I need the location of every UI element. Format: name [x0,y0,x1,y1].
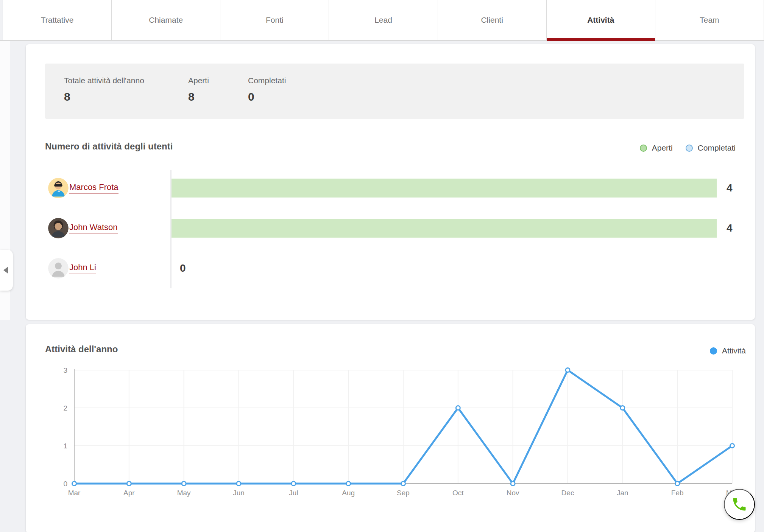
tab-label: Team [700,16,719,25]
tab-label: Trattative [41,16,74,25]
user-avatar [48,178,69,198]
y-tick-label: 1 [63,442,67,450]
activities-summary-card: Totale attività dell'anno8Aperti8Complet… [26,44,755,320]
user-bar-value: 4 [727,182,733,194]
chart-point [127,482,131,486]
x-tick-label: Feb [671,489,684,497]
tab-fonti[interactable]: Fonti [220,0,329,40]
x-tick-label: Jan [617,489,628,497]
sidebar-collapse-handle[interactable] [0,250,13,291]
x-tick-label: May [177,489,191,497]
chart-point [237,482,241,486]
user-bar-aperti [172,179,717,198]
x-tick-label: Jul [289,489,298,497]
tab-label: Attività [587,16,614,25]
legend-label: Completati [698,143,736,152]
x-tick-label: Nov [507,489,519,497]
chart-point [675,482,680,486]
x-tick-label: Aug [342,489,355,497]
stat-label: Totale attività dell'anno [64,76,188,85]
user-bar-value: 0 [180,262,186,274]
tab-label: Clienti [481,16,503,25]
stat-label: Completati [248,76,286,85]
stat: Completati0 [248,76,286,103]
user-avatar [48,218,69,238]
user-link[interactable]: John Watson [69,222,118,234]
stat-value: 8 [64,90,188,103]
legend-item: Completati [686,143,736,152]
tab-trattative[interactable]: Trattative [3,0,111,40]
x-tick-label: Jun [233,489,245,497]
chart-point [346,482,351,486]
stats-box: Totale attività dell'anno8Aperti8Complet… [45,64,744,119]
year-activities-card: Attività dell'anno Attività 0123MarAprMa… [26,324,755,532]
stat-value: 0 [248,90,286,103]
tab-label: Chiamate [149,16,183,25]
user-row: John Watson4 [26,209,755,247]
user-row: John Li0 [26,249,755,287]
chart-point [456,406,460,410]
user-link[interactable]: John Li [69,263,96,274]
stat: Totale attività dell'anno8 [64,76,188,103]
stat: Aperti8 [188,76,248,103]
user-bar-value: 4 [727,222,733,234]
tab-lead[interactable]: Lead [329,0,437,40]
chart-point [621,406,625,410]
phone-icon [731,496,748,513]
legend-item: Aperti [640,143,673,152]
chart-point [72,482,76,486]
tab-label: Fonti [266,16,284,25]
chart-point [182,482,186,486]
x-tick-label: Sep [397,489,410,497]
chart-point [566,368,570,372]
x-tick-label: Oct [452,489,464,497]
user-bar-aperti [172,219,717,238]
x-tick-label: Dec [561,489,574,497]
stat-value: 8 [188,90,248,103]
chart-point [511,482,515,486]
call-fab-button[interactable] [724,489,755,520]
legend-label: Aperti [652,143,673,152]
users-chart-title: Numero di attività degli utenti [45,141,173,152]
tab-label: Lead [374,16,392,25]
stat-label: Aperti [188,76,248,85]
user-row: Marcos Frota4 [26,169,755,207]
user-avatar [48,258,69,278]
year-line-chart: 0123MarAprMayJunJulAugSepOctNovDecJanFeb… [26,324,755,532]
y-tick-label: 0 [63,480,67,488]
x-tick-label: Mar [68,489,81,497]
tab-team[interactable]: Team [655,0,764,40]
chart-point [730,444,734,448]
y-tick-label: 2 [63,404,67,412]
tab-clienti[interactable]: Clienti [438,0,546,40]
tab-bar: TrattativeChiamateFontiLeadClientiAttivi… [0,0,764,41]
users-chart-legend: ApertiCompletati [640,143,736,152]
legend-dot-icon [686,145,693,152]
x-tick-label: Apr [123,489,135,497]
y-tick-label: 3 [63,366,67,374]
chevron-left-icon [3,267,8,274]
legend-dot-icon [640,145,647,152]
tab-chiamate[interactable]: Chiamate [111,0,220,40]
user-link[interactable]: Marcos Frota [69,182,118,194]
tab-attivita[interactable]: Attività [546,0,655,40]
chart-point [292,482,296,486]
chart-point [401,482,405,486]
